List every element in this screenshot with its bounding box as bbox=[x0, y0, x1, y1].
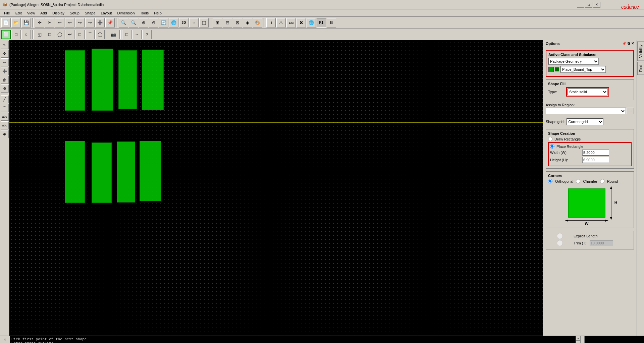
menu-item-display[interactable]: Display bbox=[50, 10, 67, 16]
export-tool[interactable]: □ bbox=[122, 30, 131, 39]
save-button[interactable]: 💾 bbox=[21, 18, 31, 27]
assign-region-button[interactable]: … bbox=[627, 108, 634, 114]
redo2-button[interactable]: ↪ bbox=[85, 18, 95, 27]
flip-button[interactable]: ↔ bbox=[189, 18, 199, 27]
open-button[interactable]: 📂 bbox=[11, 18, 21, 27]
menu-item-help[interactable]: Help bbox=[151, 10, 164, 16]
menu-item-shape[interactable]: Shape bbox=[82, 10, 98, 16]
menu-item-dimension[interactable]: Dimension bbox=[115, 10, 138, 16]
lt-edit[interactable]: ✏ bbox=[1, 58, 9, 66]
zoom-out-button[interactable]: 🔍 bbox=[129, 18, 138, 27]
width-input[interactable] bbox=[582, 150, 609, 156]
draw-rectangle-row: Draw Rectangle bbox=[548, 137, 632, 141]
menu-item-edit[interactable]: Edit bbox=[13, 10, 24, 16]
draw-rectangle-label: Draw Rectangle bbox=[554, 137, 581, 141]
rect-tool[interactable]: □ bbox=[45, 30, 54, 39]
menu-item-view[interactable]: View bbox=[24, 10, 38, 16]
pointer-tool[interactable]: □ bbox=[11, 30, 21, 39]
lt-text2[interactable]: abc bbox=[1, 121, 9, 129]
close-button[interactable]: ✕ bbox=[593, 2, 600, 8]
redo-button[interactable]: ↪ bbox=[75, 18, 85, 27]
zoom-in-button[interactable]: 🔍 bbox=[119, 18, 128, 27]
class-dropdown[interactable]: Package Geometry bbox=[548, 58, 599, 65]
cursor-tool[interactable]: ◱ bbox=[35, 30, 44, 39]
shape-grid-dropdown[interactable]: Current grid bbox=[567, 118, 603, 125]
camera-tool[interactable]: 📷 bbox=[109, 30, 118, 39]
zoom-area-button[interactable]: ⊖ bbox=[149, 18, 158, 27]
ratsnest-button[interactable]: ⊠ bbox=[233, 18, 242, 27]
help-tool[interactable]: ? bbox=[142, 30, 152, 39]
assign-region-dropdown[interactable] bbox=[546, 108, 626, 114]
undo2-button[interactable]: ↩ bbox=[65, 18, 74, 27]
orthogonal-label: Orthogonal bbox=[555, 179, 573, 183]
menu-item-setup[interactable]: Setup bbox=[67, 10, 82, 16]
titlebar-controls[interactable]: — □ ✕ cādence bbox=[577, 2, 641, 8]
undo-small[interactable]: ↩ bbox=[65, 30, 74, 39]
menu-item-file[interactable]: File bbox=[1, 10, 13, 16]
lt-delete[interactable]: 🗑 bbox=[1, 76, 9, 84]
region-tool[interactable]: ◯ bbox=[95, 30, 105, 39]
find-tab[interactable]: Find bbox=[637, 62, 644, 75]
zoom-next-button[interactable]: 🌐 bbox=[169, 18, 178, 27]
arc-tool[interactable]: ⌒ bbox=[85, 30, 95, 39]
lt-property[interactable]: ⚙ bbox=[1, 84, 9, 93]
round-radio[interactable] bbox=[600, 179, 604, 183]
3d-button[interactable]: 3D bbox=[179, 18, 189, 27]
menu-item-layout[interactable]: Layout bbox=[98, 10, 115, 16]
snap-button[interactable]: ⊟ bbox=[223, 18, 232, 27]
grid-button[interactable]: ⊞ bbox=[213, 18, 222, 27]
lt-add[interactable]: ➕ bbox=[1, 67, 9, 75]
cut-button[interactable]: ✂ bbox=[45, 18, 54, 27]
toolbar-sep-1 bbox=[32, 18, 34, 27]
chamfer-radio[interactable] bbox=[576, 179, 580, 183]
lt-plus[interactable]: ⊕ bbox=[1, 130, 9, 138]
zoom-fit-button[interactable]: ⊕ bbox=[139, 18, 148, 27]
draw-rectangle-radio[interactable] bbox=[548, 137, 552, 141]
height-input[interactable] bbox=[582, 157, 609, 163]
place-rectangle-radio[interactable] bbox=[550, 144, 554, 149]
drc-button[interactable]: ✖ bbox=[297, 18, 306, 27]
lt-move[interactable]: ✛ bbox=[1, 50, 9, 58]
monitor-button[interactable]: 🖥 bbox=[327, 18, 336, 27]
orthogonal-radio[interactable] bbox=[548, 179, 552, 183]
add-button[interactable]: ➕ bbox=[95, 18, 105, 27]
color-button[interactable]: 🎨 bbox=[253, 18, 262, 27]
new-button[interactable]: 📄 bbox=[1, 18, 11, 27]
highlight-button[interactable]: ◈ bbox=[243, 18, 252, 27]
circle-tool[interactable]: ○ bbox=[21, 30, 31, 39]
options-header-icons[interactable]: 📌 ⧉ ✕ bbox=[622, 42, 634, 46]
pin-button[interactable]: 📌 bbox=[105, 18, 115, 27]
arrow-tool[interactable]: → bbox=[132, 30, 142, 39]
ellipse-tool[interactable]: ◯ bbox=[55, 30, 64, 39]
warning-button[interactable]: ⚠ bbox=[276, 18, 286, 27]
preview-diagram: W H bbox=[561, 185, 619, 226]
zoom-prev-button[interactable]: 🔄 bbox=[159, 18, 168, 27]
lt-line[interactable]: ╱ bbox=[1, 95, 9, 103]
menu-item-tools[interactable]: Tools bbox=[138, 10, 152, 16]
console-scrollbar[interactable]: ▲ ▼ bbox=[576, 336, 580, 343]
lt-arc[interactable]: ⌒ bbox=[1, 104, 9, 112]
visibility-tab[interactable]: Visibility bbox=[637, 42, 644, 61]
r1-button[interactable]: R1 bbox=[317, 18, 326, 27]
canvas-area[interactable] bbox=[9, 40, 543, 336]
stretch-tool[interactable]: □ bbox=[75, 30, 85, 39]
menu-item-add[interactable]: Add bbox=[38, 10, 50, 16]
close-options-icon[interactable]: ✕ bbox=[631, 42, 634, 46]
scroll-up-button[interactable]: ▲ bbox=[576, 336, 581, 341]
gerber-button[interactable]: 🌐 bbox=[307, 18, 316, 27]
lt-select[interactable]: ↖ bbox=[1, 41, 9, 49]
info-button[interactable]: ℹ bbox=[266, 18, 276, 27]
minimize-button[interactable]: — bbox=[577, 2, 584, 8]
maximize-button[interactable]: □ bbox=[585, 2, 592, 8]
mirror-button[interactable]: ⬚ bbox=[199, 18, 209, 27]
type-dropdown[interactable]: Static solid bbox=[568, 89, 608, 95]
cross-button[interactable]: ✛ bbox=[35, 18, 44, 27]
lt-text[interactable]: abc bbox=[1, 113, 9, 121]
console-area[interactable]: Pick first point of the next shape. Ente… bbox=[10, 336, 576, 343]
subclass-dropdown[interactable]: Place_Bound_Top bbox=[560, 66, 606, 73]
undock-icon[interactable]: ⧉ bbox=[628, 42, 630, 46]
pin-options-icon[interactable]: 📌 bbox=[622, 42, 626, 46]
undo-button[interactable]: ↩ bbox=[55, 18, 64, 27]
select-tool[interactable]: ⬜ bbox=[1, 30, 11, 39]
num-button[interactable]: 123 bbox=[286, 18, 296, 27]
